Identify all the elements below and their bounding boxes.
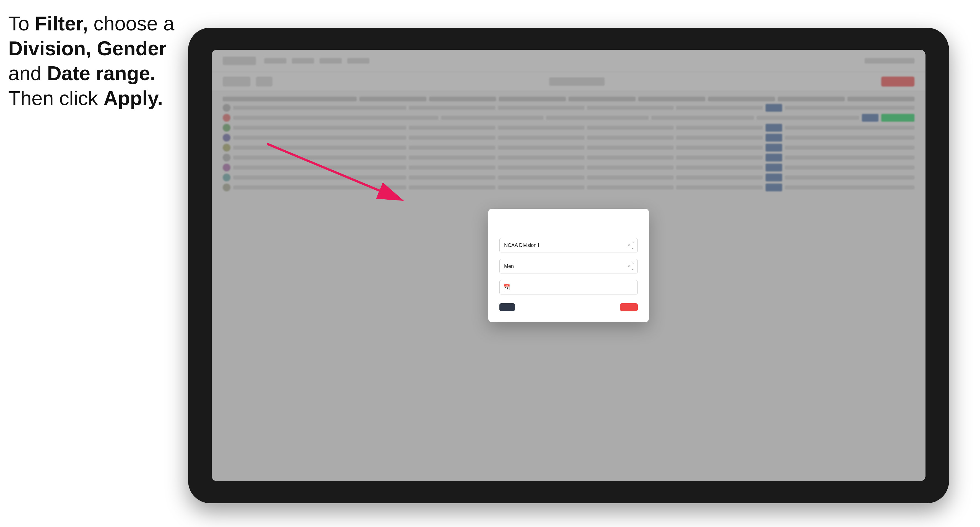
instruction-line4: Then click Apply.: [8, 86, 180, 111]
tablet-screen: NCAA Division I × ⌃⌄ Men: [212, 50, 926, 481]
modal-overlay: NCAA Division I × ⌃⌄ Men: [212, 50, 926, 481]
division-gender-bold: Division, Gender: [8, 37, 167, 59]
instruction-line1: To Filter, choose a: [8, 11, 180, 36]
cancel-button[interactable]: [607, 303, 616, 311]
filter-modal: NCAA Division I × ⌃⌄ Men: [488, 209, 649, 322]
gender-form-group: Men × ⌃⌄: [500, 259, 638, 273]
instruction-line3: and Date range.: [8, 61, 180, 86]
modal-close-button[interactable]: [628, 220, 638, 230]
instruction-block: To Filter, choose a Division, Gender and…: [8, 11, 180, 111]
date-range-bold: Date range.: [47, 62, 156, 84]
apply-bold: Apply.: [103, 87, 163, 109]
gender-select-wrapper[interactable]: Men × ⌃⌄: [500, 259, 638, 273]
filter-bold: Filter,: [35, 13, 88, 35]
clear-filter-button[interactable]: [500, 303, 515, 311]
modal-footer: [500, 303, 638, 311]
calendar-icon: 📅: [503, 284, 510, 290]
date-range-input[interactable]: [500, 280, 638, 294]
footer-right-buttons: [607, 303, 638, 311]
gender-select[interactable]: Men: [500, 259, 638, 273]
division-form-group: NCAA Division I × ⌃⌄: [500, 238, 638, 252]
division-select[interactable]: NCAA Division I: [500, 238, 638, 252]
division-select-wrapper[interactable]: NCAA Division I × ⌃⌄: [500, 238, 638, 252]
modal-header: [500, 220, 638, 230]
date-range-form-group: 📅: [500, 280, 638, 294]
tablet-device: NCAA Division I × ⌃⌄ Men: [188, 28, 949, 503]
date-input-wrapper[interactable]: 📅: [500, 280, 638, 294]
apply-button[interactable]: [620, 303, 638, 311]
